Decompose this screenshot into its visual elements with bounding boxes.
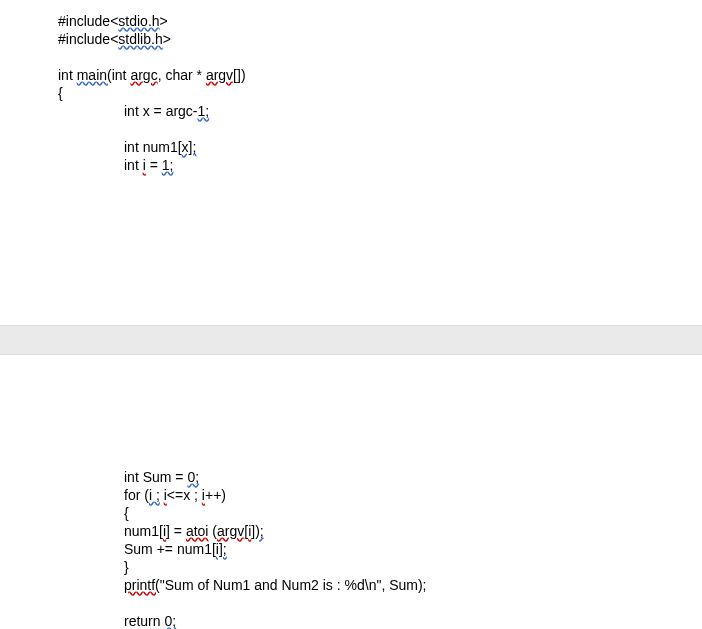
code-text-err: 0; bbox=[187, 469, 199, 485]
code-line: return 0; bbox=[58, 612, 702, 629]
code-text-err: 1; bbox=[162, 157, 174, 173]
code-text: } bbox=[124, 559, 129, 575]
code-text: <=x ; bbox=[167, 487, 202, 503]
code-text-err: argv bbox=[206, 67, 233, 83]
code-text: #include< bbox=[58, 13, 118, 29]
code-text: > bbox=[160, 13, 168, 29]
code-text: #include< bbox=[58, 31, 118, 47]
code-text-err: i]; bbox=[216, 541, 227, 557]
code-line: #include<stdlib.h> bbox=[58, 30, 702, 48]
code-line: int main(int argc, char * argv[]) bbox=[58, 66, 702, 84]
code-text-err: stdlib.h bbox=[118, 31, 162, 47]
page-divider bbox=[0, 325, 702, 355]
code-text-err: stdio.h bbox=[118, 13, 159, 29]
code-line: num1[i] = atoi (argv[i]); bbox=[58, 522, 702, 540]
code-text-err: ]); bbox=[251, 523, 263, 539]
code-text-err: printf( bbox=[124, 577, 160, 593]
code-line: int Sum = 0; bbox=[58, 468, 702, 486]
code-text: Sum += num1[ bbox=[124, 541, 216, 557]
code-text-err: 1; bbox=[198, 103, 210, 119]
code-text: num1[ bbox=[124, 523, 163, 539]
code-text: return bbox=[124, 613, 164, 629]
code-text: { bbox=[58, 85, 63, 101]
code-text: ++) bbox=[205, 487, 226, 503]
code-line: int i = 1; bbox=[58, 156, 702, 174]
code-text-err: argv bbox=[217, 523, 244, 539]
code-text: , char * bbox=[158, 67, 206, 83]
code-line: { bbox=[58, 504, 702, 522]
blank-line bbox=[58, 120, 702, 138]
code-line: Sum += num1[i]; bbox=[58, 540, 702, 558]
code-section-top: #include<stdio.h> #include<stdlib.h> int… bbox=[0, 0, 702, 338]
code-line: for (i ; i<=x ; i++) bbox=[58, 486, 702, 504]
code-line: { bbox=[58, 84, 702, 102]
code-text-err: atoi bbox=[186, 523, 209, 539]
code-text: int num1[ bbox=[124, 139, 182, 155]
code-text: > bbox=[163, 31, 171, 47]
code-text: int Sum = bbox=[124, 469, 187, 485]
code-text: for ( bbox=[124, 487, 149, 503]
code-text: int x = argc- bbox=[124, 103, 198, 119]
code-text: "Sum of Num1 and Num2 is : %d\n", Sum); bbox=[160, 577, 427, 593]
code-text: int bbox=[124, 157, 143, 173]
code-text-err: 0; bbox=[164, 613, 176, 629]
code-line: int x = argc-1; bbox=[58, 102, 702, 120]
code-text: int bbox=[112, 67, 131, 83]
blank-line bbox=[58, 48, 702, 66]
code-line: int num1[x]; bbox=[58, 138, 702, 156]
code-section-bottom: int Sum = 0; for (i ; i<=x ; i++) { num1… bbox=[0, 338, 702, 629]
code-text: = bbox=[146, 157, 162, 173]
code-text: int bbox=[58, 67, 77, 83]
code-text-err: argc bbox=[130, 67, 157, 83]
code-line: #include<stdio.h> bbox=[58, 12, 702, 30]
code-text-err: x]; bbox=[182, 139, 197, 155]
code-text-err: i ; bbox=[149, 487, 160, 503]
code-text: { bbox=[124, 505, 129, 521]
code-text: []) bbox=[233, 67, 245, 83]
code-text-err: main( bbox=[77, 67, 112, 83]
blank-line bbox=[58, 594, 702, 612]
code-line: printf("Sum of Num1 and Num2 is : %d\n",… bbox=[58, 576, 702, 594]
code-text: ] = bbox=[166, 523, 186, 539]
code-line: } bbox=[58, 558, 702, 576]
code-text: ( bbox=[208, 523, 217, 539]
